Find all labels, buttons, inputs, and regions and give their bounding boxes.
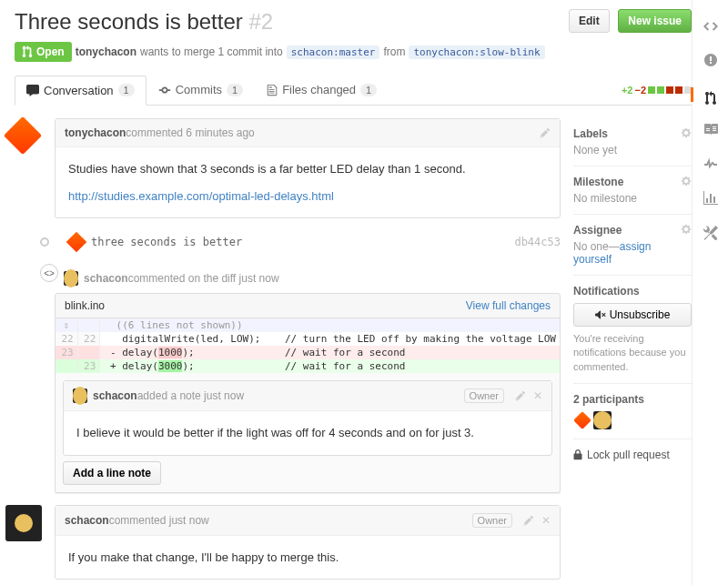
edit-button[interactable]: Edit <box>569 9 610 33</box>
avatar-schacon[interactable] <box>5 505 42 541</box>
lock-pr-link[interactable]: Lock pull request <box>573 449 692 461</box>
gear-icon[interactable] <box>681 224 692 235</box>
base-branch[interactable]: schacon:master <box>287 45 380 59</box>
comment-icon <box>26 84 39 96</box>
lock-icon <box>573 449 582 460</box>
diff-file-header: blink.ino View full changes <box>55 293 561 318</box>
pr-author[interactable]: tonychacon <box>76 45 136 58</box>
comment-author[interactable]: tonychacon <box>65 126 126 139</box>
comment-1: tonychacon commented 6 minutes ago Studi… <box>55 118 561 218</box>
delete-icon[interactable]: ✕ <box>533 389 542 402</box>
owner-badge: Owner <box>472 513 512 528</box>
participant-avatar-2[interactable] <box>593 411 612 429</box>
add-line-note-button[interactable]: Add a line note <box>63 461 161 485</box>
owner-badge: Owner <box>464 388 504 403</box>
expand-icon[interactable]: ⇕ <box>56 318 78 332</box>
issue-title: Three seconds is better #2 <box>15 9 273 35</box>
tab-conversation[interactable]: Conversation1 <box>15 76 147 106</box>
new-issue-button[interactable]: New issue <box>618 9 692 33</box>
diff-table: ⇕ ((6 lines not shown)) 2222 digitalWrit… <box>55 318 561 373</box>
participant-avatar-1[interactable] <box>573 411 592 429</box>
avatar-tonychacon[interactable] <box>4 116 42 155</box>
gear-icon[interactable] <box>681 127 692 138</box>
tab-commits[interactable]: Commits1 <box>147 75 255 105</box>
head-branch[interactable]: tonychacon:slow-blink <box>409 45 544 59</box>
comment-2: schacon commented just now Owner ✕ If yo… <box>55 505 561 580</box>
code-icon: <> <box>40 264 58 282</box>
unsubscribe-button[interactable]: Unsubscribe <box>573 303 692 327</box>
comment-link[interactable]: http://studies.example.com/optimal-led-d… <box>68 189 334 203</box>
rail-pulse-icon[interactable] <box>703 156 718 171</box>
gear-icon[interactable] <box>681 176 692 187</box>
commit-icon <box>158 84 171 96</box>
avatar-schacon-tiny[interactable] <box>73 388 87 403</box>
commit-row[interactable]: three seconds is better db44c53 <box>55 229 561 255</box>
commit-sha[interactable]: db44c53 <box>514 236 561 248</box>
file-icon <box>267 84 278 96</box>
rail-code-icon[interactable] <box>703 18 718 33</box>
mute-icon <box>595 309 606 320</box>
rail-wiki-icon[interactable] <box>703 122 718 136</box>
delete-icon[interactable]: ✕ <box>541 514 551 527</box>
commit-avatar <box>66 232 87 253</box>
state-badge: Open <box>15 42 72 62</box>
rail-issues-icon[interactable] <box>703 53 718 67</box>
tab-files[interactable]: Files changed1 <box>255 75 389 105</box>
avatar-schacon-small[interactable] <box>64 271 78 286</box>
issue-number: #2 <box>248 9 273 34</box>
diffstat: +2 −2 <box>622 85 692 96</box>
rail-settings-icon[interactable] <box>703 226 718 240</box>
rail-pr-icon[interactable] <box>691 87 727 102</box>
pr-icon <box>22 45 33 58</box>
timeline-dot-icon <box>40 237 49 247</box>
edit-icon[interactable] <box>523 515 534 526</box>
rail-graphs-icon[interactable] <box>703 191 718 206</box>
edit-icon[interactable] <box>515 390 526 401</box>
view-full-changes-link[interactable]: View full changes <box>466 299 551 312</box>
edit-icon[interactable] <box>540 127 551 138</box>
